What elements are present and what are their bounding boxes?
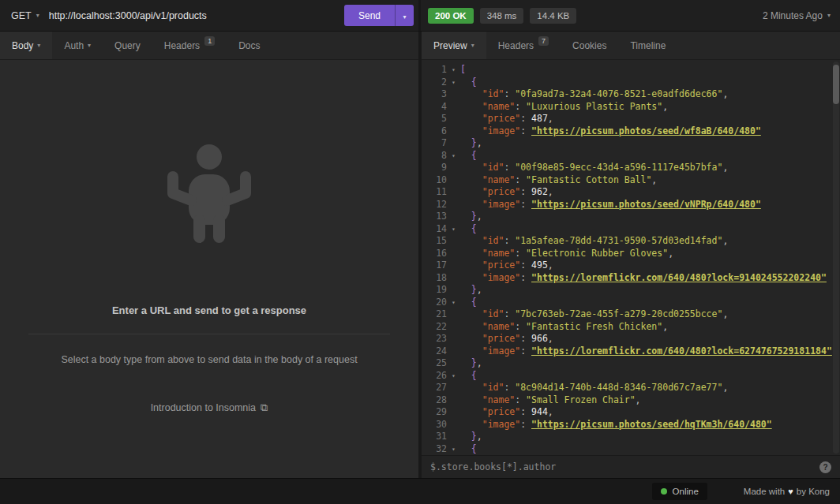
code-text: { [460, 443, 477, 456]
code-text: "image": "https://picsum.photos/seed/vNP… [460, 199, 761, 211]
code-line[interactable]: 8▾ { [422, 150, 840, 162]
fold-spacer [447, 235, 460, 248]
code-text: "name": "Luxurious Plastic Pants", [460, 101, 668, 114]
scrollbar-thumb[interactable] [833, 65, 839, 104]
code-line[interactable]: 24 "image": "https://loremflickr.com/640… [422, 345, 840, 358]
line-number: 27 [422, 382, 447, 394]
code-line[interactable]: 2▾ { [422, 77, 840, 89]
intro-to-insomnia-link[interactable]: Introduction to Insomnia ⧉ [151, 401, 268, 414]
code-line[interactable]: 26▾ { [422, 370, 840, 383]
code-line[interactable]: 11 "price": 962, [422, 186, 840, 199]
code-line[interactable]: 23 "price": 966, [422, 333, 840, 345]
code-line[interactable]: 13 }, [422, 211, 840, 223]
by-kong-text: by Kong [797, 487, 830, 496]
chevron-down-icon: ▾ [37, 42, 40, 49]
fold-spacer [447, 431, 460, 443]
code-line[interactable]: 9 "id": "00f98e85-9ecc-43d4-a596-1117e45… [422, 162, 840, 174]
line-number: 18 [422, 272, 447, 285]
status-bar: Online Made with ♥ by Kong [0, 478, 840, 504]
fold-spacer [447, 394, 460, 407]
fold-spacer [447, 199, 460, 211]
line-number: 9 [422, 162, 447, 174]
code-line[interactable]: 10 "name": "Fantastic Cotton Ball", [422, 174, 840, 187]
fold-toggle-icon[interactable]: ▾ [447, 77, 460, 89]
code-text: { [460, 223, 477, 236]
code-line[interactable]: 21 "id": "7bc763eb-72ae-455f-a279-20cd02… [422, 308, 840, 321]
fold-spacer [447, 406, 460, 419]
tab-headers[interactable]: Headers 1 [152, 32, 227, 59]
code-line[interactable]: 6 "image": "https://picsum.photos/seed/w… [422, 125, 840, 138]
code-line[interactable]: 19 }, [422, 284, 840, 297]
response-body-editor[interactable]: 1▾[2▾ {3 "id": "0fa9ad7a-32a4-4076-8521-… [422, 60, 840, 455]
code-text: { [460, 370, 477, 383]
method-dropdown[interactable]: GET ▾ [0, 10, 49, 21]
url-input[interactable]: http://localhost:3000/api/v1/products [49, 10, 344, 21]
response-pane: Preview ▾ Headers 7 Cookies Timeline 1▾[… [422, 32, 840, 478]
request-url-bar: GET ▾ http://localhost:3000/api/v1/produ… [0, 0, 418, 31]
filter-help-icon[interactable]: ? [819, 461, 831, 473]
fold-toggle-icon[interactable]: ▾ [447, 64, 460, 77]
fold-spacer [447, 174, 460, 187]
tab-preview[interactable]: Preview ▾ [422, 32, 486, 59]
code-line[interactable]: 20▾ { [422, 297, 840, 309]
line-number: 8 [422, 150, 447, 162]
fold-spacer [447, 259, 460, 272]
code-line[interactable]: 5 "price": 487, [422, 113, 840, 125]
line-number: 30 [422, 419, 447, 431]
code-line[interactable]: 15 "id": "1a5afeae-78dd-4731-9590-57d03e… [422, 235, 840, 248]
line-number: 5 [422, 113, 447, 125]
fold-toggle-icon[interactable]: ▾ [447, 223, 460, 236]
code-text: "image": "https://picsum.photos/seed/hqT… [460, 419, 772, 431]
line-number: 29 [422, 406, 447, 419]
tab-auth[interactable]: Auth ▾ [52, 32, 103, 59]
code-line[interactable]: 3 "id": "0fa9ad7a-32a4-4076-8521-e0adfd6… [422, 88, 840, 101]
made-with-kong: Made with ♥ by Kong [744, 487, 840, 496]
chevron-down-icon: ▾ [471, 42, 474, 49]
online-status[interactable]: Online [652, 483, 707, 500]
code-line[interactable]: 18 "image": "https://loremflickr.com/640… [422, 272, 840, 285]
tab-body[interactable]: Body ▾ [0, 32, 52, 59]
tab-cookies[interactable]: Cookies [561, 32, 618, 59]
send-button[interactable]: Send [344, 5, 395, 26]
placeholder-subtitle: Select a body type from above to send da… [61, 354, 357, 365]
send-options-button[interactable]: ▾ [395, 5, 414, 26]
code-line[interactable]: 16 "name": "Electronic Rubber Gloves", [422, 248, 840, 260]
request-pane: Body ▾ Auth ▾ Query Headers 1 Docs [0, 32, 418, 478]
code-line[interactable]: 12 "image": "https://picsum.photos/seed/… [422, 199, 840, 211]
line-number: 23 [422, 333, 447, 345]
code-line[interactable]: 30 "image": "https://picsum.photos/seed/… [422, 419, 840, 431]
code-line[interactable]: 25 }, [422, 357, 840, 370]
line-number: 21 [422, 308, 447, 321]
tab-timeline[interactable]: Timeline [618, 32, 677, 59]
code-line[interactable]: 22 "name": "Fantastic Fresh Chicken", [422, 321, 840, 334]
code-line[interactable]: 32▾ { [422, 443, 840, 456]
placeholder-divider [28, 334, 390, 334]
fold-toggle-icon[interactable]: ▾ [447, 370, 460, 383]
code-line[interactable]: 28 "name": "Small Frozen Chair", [422, 394, 840, 407]
code-line[interactable]: 1▾[ [422, 64, 840, 77]
app: { "topbar": { "method": "GET", "url": "h… [0, 0, 840, 504]
scrollbar[interactable] [833, 62, 839, 454]
code-line[interactable]: 17 "price": 495, [422, 259, 840, 272]
code-line[interactable]: 31 }, [422, 431, 840, 443]
tab-docs[interactable]: Docs [227, 32, 272, 59]
code-line[interactable]: 4 "name": "Luxurious Plastic Pants", [422, 101, 840, 114]
response-history-dropdown[interactable]: 2 Minutes Ago ▾ [763, 10, 831, 21]
code-line[interactable]: 29 "price": 944, [422, 406, 840, 419]
fold-toggle-icon[interactable]: ▾ [447, 297, 460, 309]
code-line[interactable]: 27 "id": "8c904d14-740b-448d-8346-780d67… [422, 382, 840, 394]
fold-spacer [447, 333, 460, 345]
tab-query[interactable]: Query [103, 32, 152, 59]
method-label: GET [11, 10, 32, 21]
code-text: }, [460, 137, 482, 150]
fold-toggle-icon[interactable]: ▾ [447, 443, 460, 456]
code-text: "id": "8c904d14-740b-448d-8346-780d67c7a… [460, 382, 728, 394]
filter-input[interactable]: $.store.books[*].author [430, 461, 819, 472]
fold-toggle-icon[interactable]: ▾ [447, 150, 460, 162]
code-line[interactable]: 7 }, [422, 137, 840, 150]
chevron-down-icon: ▾ [88, 42, 91, 49]
code-line[interactable]: 14▾ { [422, 223, 840, 236]
tab-response-headers[interactable]: Headers 7 [486, 32, 561, 59]
line-number: 22 [422, 321, 447, 334]
fold-spacer [447, 186, 460, 199]
